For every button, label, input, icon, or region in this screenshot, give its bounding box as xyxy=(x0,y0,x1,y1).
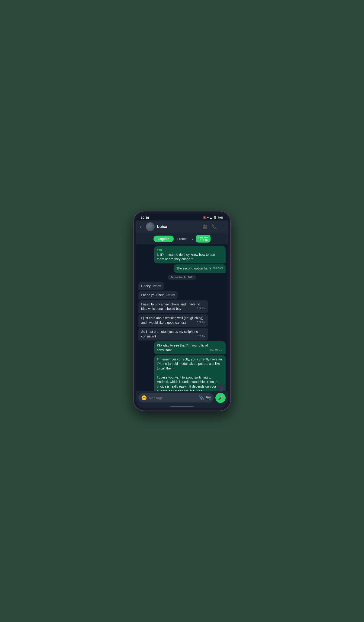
back-button[interactable]: ← xyxy=(139,224,144,230)
status-time: 10:19 xyxy=(141,216,149,220)
home-bar xyxy=(170,406,194,407)
home-indicator xyxy=(136,405,228,408)
battery-pct: 79% xyxy=(218,216,223,219)
msg-time: 3:08 AM xyxy=(197,307,205,310)
lang-partial-time: 3:19 AM xyxy=(200,239,208,242)
contact-name[interactable]: Luisa xyxy=(157,224,200,229)
emoji-button[interactable]: 😊 xyxy=(141,395,147,401)
date-separator-1: September 24, 2021 xyxy=(168,275,196,280)
battery-icon: 🔋 xyxy=(213,216,217,219)
phone-screen: 10:19 🔕 ▾ ▲ 🔋 79% ← Luisa 🎥 📞 ⋮ xyxy=(136,214,228,408)
msg-text: I need your help xyxy=(141,293,164,297)
camera-button[interactable]: 📷 xyxy=(206,395,211,400)
more-options-icon[interactable]: ⋮ xyxy=(221,224,225,229)
lang-partial-label: sent me xyxy=(198,236,208,239)
message-6: I just care about working well (not glit… xyxy=(138,314,208,327)
mic-icon: 🎤 xyxy=(218,395,223,401)
msg-text: Kkk glad to see that I'm your official c… xyxy=(157,344,208,352)
contact-avatar[interactable] xyxy=(146,222,155,231)
msg-time: 10:02 AM xyxy=(213,267,223,270)
message-7: So I just promoted you as my cellphone c… xyxy=(138,328,208,340)
date-label: September 24, 2021 xyxy=(170,276,194,279)
msg-time: 3:09 AM xyxy=(197,321,205,324)
double-tick-icon: ✓✓ xyxy=(219,349,223,351)
attach-button[interactable]: 📎 xyxy=(199,395,204,400)
voice-call-icon[interactable]: 📞 xyxy=(212,224,217,229)
mute-icon: 🔕 xyxy=(203,216,206,219)
video-call-icon[interactable]: 🎥 xyxy=(202,224,207,229)
message-1: You Is it? I mean to do they know how to… xyxy=(154,246,226,263)
msg-text: If I remember correctly, you currently h… xyxy=(157,357,222,370)
msg-text-2: I guess you want to avoid switching to A… xyxy=(157,375,219,391)
message-2: The second option haha 10:02 AM xyxy=(174,264,226,273)
message-input[interactable] xyxy=(149,396,197,400)
msg-sender-label: You xyxy=(157,248,223,252)
message-input-wrap: 😊 📎 📷 xyxy=(138,393,214,402)
scroll-down-button[interactable]: ⌄⌄ xyxy=(217,384,225,392)
chat-messages-area: You Is it? I mean to do they know how to… xyxy=(136,244,228,391)
phone-device: 10:19 🔕 ▾ ▲ 🔋 79% ← Luisa 🎥 📞 ⋮ xyxy=(133,211,231,411)
msg-text: I need to buy a new phone and I have no … xyxy=(141,302,200,311)
msg-time: 3:07 AM xyxy=(152,284,161,288)
msg-text: The second option haha xyxy=(176,266,211,270)
header-action-icons: 🎥 📞 ⋮ xyxy=(202,224,225,229)
msg-text: I just care about working well (not glit… xyxy=(141,316,203,325)
msg-text: So I just promoted you as my cellphone c… xyxy=(141,330,198,338)
wifi-icon: ▾ xyxy=(207,216,209,219)
msg-time: 8:52 AM ✓✓ xyxy=(210,348,223,352)
msg-time: 3:09 AM xyxy=(197,335,205,338)
chat-header: ← Luisa 🎥 📞 ⋮ xyxy=(136,220,228,233)
signal-icon: ▲ xyxy=(210,216,212,219)
french-lang-button[interactable]: French xyxy=(176,235,189,242)
lang-dropdown-icon[interactable]: ⌄ xyxy=(191,236,194,241)
chat-input-bar: 😊 📎 📷 🎤 xyxy=(136,391,228,405)
message-5: I need to buy a new phone and I have no … xyxy=(138,300,208,313)
msg-text: Heeey xyxy=(141,284,150,288)
message-3: Heeey 3:07 AM xyxy=(138,282,164,290)
mic-button[interactable]: 🎤 xyxy=(215,393,226,403)
status-bar: 10:19 🔕 ▾ ▲ 🔋 79% xyxy=(136,214,228,220)
message-9: If I remember correctly, you currently h… xyxy=(154,355,226,391)
status-icons: 🔕 ▾ ▲ 🔋 79% xyxy=(203,216,223,219)
msg-text: Is it? I mean to do they know how to use… xyxy=(157,253,215,261)
english-lang-button[interactable]: English xyxy=(153,235,174,242)
lang-partial-message: sent me 3:19 AM xyxy=(196,235,211,243)
msg-time: 3:07 AM xyxy=(166,293,175,297)
chevron-down-icon: ⌄⌄ xyxy=(218,386,224,390)
avatar-image xyxy=(146,222,155,231)
language-selector: English French ⌄ sent me 3:19 AM xyxy=(136,233,228,244)
message-8: Kkk glad to see that I'm your official c… xyxy=(154,341,226,354)
message-4: I need your help 3:07 AM xyxy=(138,291,178,299)
